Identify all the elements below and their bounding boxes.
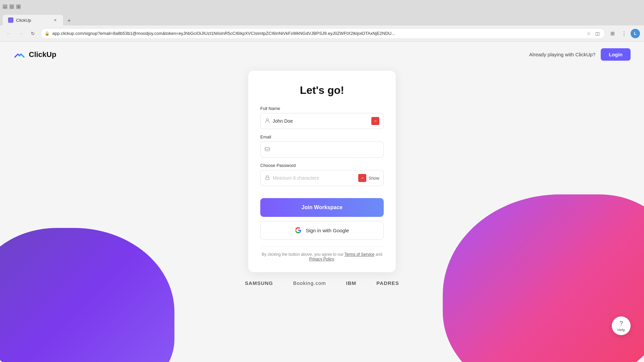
password-label: Choose Password bbox=[260, 163, 384, 168]
signup-form-card: Let's go! Full Name ··· Email bbox=[248, 71, 396, 272]
brand-ibm: IBM bbox=[346, 280, 357, 286]
password-group: Choose Password ··· Show bbox=[260, 163, 384, 186]
full-name-input[interactable] bbox=[273, 118, 371, 124]
bookmark-icon[interactable]: ☆ bbox=[585, 30, 592, 37]
google-signin-label: Sign in with Google bbox=[306, 228, 349, 233]
help-button[interactable]: ? Help bbox=[612, 316, 631, 335]
help-icon: ? bbox=[620, 320, 623, 327]
email-input[interactable]: 8a8b53b1@moodjoy.com bbox=[273, 147, 379, 152]
background-blob-purple bbox=[0, 228, 174, 362]
password-input-wrapper: ··· Show bbox=[260, 170, 384, 186]
new-tab-button[interactable]: + bbox=[64, 16, 74, 25]
password-input[interactable] bbox=[273, 175, 358, 181]
refresh-button[interactable]: ↻ bbox=[28, 29, 38, 38]
browser-chrome: — □ ✕ ClickUp ✕ + ← → ↻ 🔒 app.clickup.co… bbox=[0, 0, 644, 42]
page-content: ClickUp Already playing with ClickUp? Lo… bbox=[0, 42, 644, 362]
address-bar[interactable]: 🔒 app.clickup.com/signup?email=8a8b53b1@… bbox=[40, 28, 605, 39]
terms-period: . bbox=[334, 257, 335, 261]
profile-avatar[interactable]: L bbox=[631, 29, 640, 38]
lock-icon bbox=[265, 175, 270, 181]
terms-of-service-link[interactable]: Terms of Service bbox=[344, 252, 374, 257]
terms-prefix: By clicking the button above, you agree … bbox=[262, 252, 343, 257]
browser-titlebar: — □ ✕ bbox=[0, 0, 644, 13]
form-title: Let's go! bbox=[260, 84, 384, 97]
join-workspace-button[interactable]: Join Workspace bbox=[260, 198, 384, 217]
address-bar-actions: ☆ ◫ bbox=[585, 30, 601, 37]
clickup-logo-icon bbox=[13, 49, 25, 61]
full-name-group: Full Name ··· bbox=[260, 106, 384, 129]
login-button[interactable]: Login bbox=[601, 48, 631, 61]
show-password-button[interactable]: Show bbox=[368, 176, 379, 181]
email-icon bbox=[265, 146, 270, 153]
brand-padres: PADRES bbox=[376, 280, 399, 286]
background-blob-pink bbox=[443, 194, 644, 362]
tab-favicon bbox=[8, 17, 13, 23]
logo-text: ClickUp bbox=[29, 50, 56, 59]
window-controls: — □ ✕ bbox=[3, 4, 21, 9]
svg-point-0 bbox=[266, 119, 268, 121]
brand-samsung: SAMSUNG bbox=[245, 280, 273, 286]
browser-menu-button[interactable]: ⋮ bbox=[619, 29, 629, 38]
forward-button[interactable]: → bbox=[16, 29, 25, 38]
privacy-policy-link[interactable]: Privacy Policy bbox=[309, 257, 334, 261]
close-button[interactable]: ✕ bbox=[16, 4, 21, 9]
extensions-button[interactable]: ⊞ bbox=[608, 29, 617, 38]
back-button[interactable]: ← bbox=[4, 29, 13, 38]
already-playing-text: Already playing with ClickUp? bbox=[529, 52, 596, 57]
terms-text: By clicking the button above, you agree … bbox=[260, 246, 384, 261]
full-name-error-badge: ··· bbox=[371, 117, 379, 125]
tab-title: ClickUp bbox=[16, 18, 50, 23]
nav-right: Already playing with ClickUp? Login bbox=[529, 48, 631, 61]
logo: ClickUp bbox=[13, 49, 56, 61]
top-nav: ClickUp Already playing with ClickUp? Lo… bbox=[0, 42, 644, 67]
minimize-button[interactable]: — bbox=[3, 4, 7, 9]
terms-and: and bbox=[376, 252, 382, 257]
maximize-button[interactable]: □ bbox=[9, 4, 14, 9]
google-signin-button[interactable]: Sign in with Google bbox=[260, 221, 384, 240]
full-name-input-wrapper: ··· bbox=[260, 113, 384, 129]
browser-right-icons: ⊞ ⋮ L bbox=[608, 29, 640, 38]
brand-booking: Booking.com bbox=[293, 280, 326, 286]
extension-icon[interactable]: ◫ bbox=[594, 30, 601, 37]
email-input-wrapper: 8a8b53b1@moodjoy.com bbox=[260, 141, 384, 158]
tab-close-button[interactable]: ✕ bbox=[52, 17, 58, 23]
user-icon bbox=[265, 118, 270, 124]
browser-toolbar: ← → ↻ 🔒 app.clickup.com/signup?email=8a8… bbox=[0, 25, 644, 42]
active-tab[interactable]: ClickUp ✕ bbox=[3, 15, 63, 25]
url-text: app.clickup.com/signup?email=8a8b53b1@mo… bbox=[52, 31, 583, 36]
google-icon bbox=[295, 227, 302, 234]
email-group: Email 8a8b53b1@moodjoy.com bbox=[260, 134, 384, 158]
footer-logos: SAMSUNG Booking.com IBM PADRES bbox=[0, 280, 644, 286]
full-name-label: Full Name bbox=[260, 106, 384, 111]
svg-rect-1 bbox=[265, 147, 270, 151]
help-label: Help bbox=[618, 328, 625, 332]
svg-rect-2 bbox=[266, 177, 269, 180]
browser-tabs: ClickUp ✕ + bbox=[0, 13, 644, 25]
lock-icon: 🔒 bbox=[45, 31, 50, 36]
password-error-badge: ··· bbox=[358, 174, 366, 182]
email-label: Email bbox=[260, 134, 384, 139]
